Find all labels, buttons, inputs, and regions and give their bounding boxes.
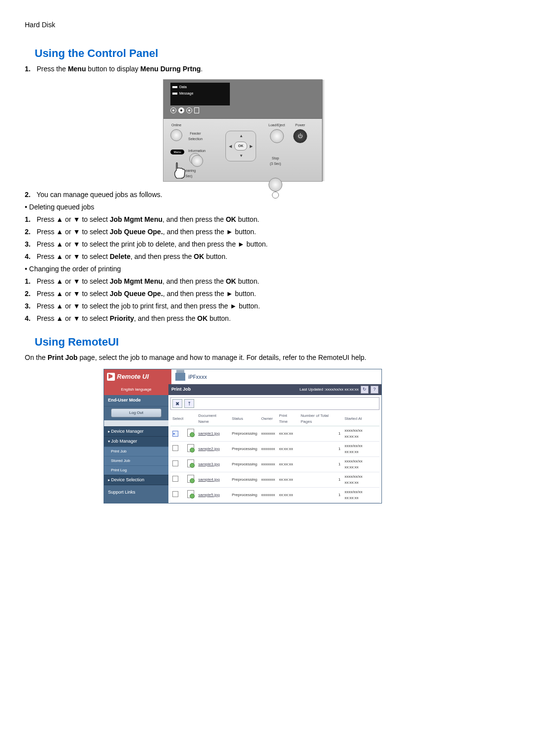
document-icon (187, 490, 194, 498)
table-row[interactable]: sample1.jpgPreprocessingxxxxxxxxx:xx:xx1… (170, 426, 379, 442)
step-number: 2. (25, 190, 35, 200)
priority-job-button[interactable]: ⤒ (184, 399, 194, 408)
table-row[interactable]: sample4.jpgPreprocessingxxxxxxxxx:xx:xx1… (170, 472, 379, 488)
started-at: xxxx/xx/xx xx:xx:xx (342, 488, 379, 503)
doc-name[interactable]: sample4.jpg (198, 477, 219, 482)
logout-button[interactable]: Log Out (111, 408, 161, 417)
text: . (201, 65, 203, 73)
remoteui-logo: Remote UI (104, 369, 171, 384)
sidebar: End-User Mode Log Out Device Manager Job… (104, 395, 168, 503)
sidebar-support-links[interactable]: Support Links (104, 485, 168, 498)
lcd-screen: Data Message (170, 83, 230, 105)
load-label: Load/Eject (268, 123, 285, 128)
information-button[interactable] (191, 155, 203, 167)
started-at: xxxx/xx/xx xx:xx:xx (342, 426, 379, 442)
owner: xxxxxxx (259, 442, 277, 457)
started-at: xxxx/xx/xx xx:xx:xx (342, 457, 379, 472)
toolbar: ✖ ⤒ (170, 397, 379, 410)
document-icon (187, 444, 194, 452)
ok-button[interactable]: OK (234, 142, 247, 151)
job-table: Select Document Name Status Owner Print … (170, 412, 379, 503)
status: Preprocessing (230, 488, 259, 503)
table-row[interactable]: sample2.jpgPreprocessingxxxxxxxxx:xx:xx1… (170, 442, 379, 457)
col-document: Document Name (196, 412, 230, 426)
document-icon (187, 475, 194, 483)
pages: 1 (299, 442, 342, 457)
print-time: xx:xx:xx (277, 488, 299, 503)
status: Preprocessing (230, 457, 259, 472)
control-panel-illustration: Data Message Online Feeder Selection Loa… (25, 79, 461, 185)
section-title-remoteui: Using RemoteUI (35, 334, 461, 350)
help-button[interactable]: ? (371, 386, 378, 394)
print-time: xx:xx:xx (277, 457, 299, 472)
stop-button[interactable] (268, 178, 282, 192)
document-icon (187, 459, 194, 467)
col-started: Started At (342, 412, 379, 426)
step-number: 1. (25, 64, 35, 74)
step-number: 4. (25, 313, 35, 324)
table-row[interactable]: sample5.jpgPreprocessingxxxxxxxxx:xx:xx1… (170, 488, 379, 503)
step-number: 3. (25, 301, 35, 311)
row-select-checkbox[interactable] (172, 476, 178, 482)
refresh-button[interactable]: ↻ (361, 386, 369, 394)
remoteui-intro: On the Print Job page, select the job to… (25, 353, 461, 363)
sidebar-job-manager[interactable]: Job Manager (104, 436, 168, 447)
sidebar-device-selection[interactable]: Device Selection (104, 475, 168, 485)
dpad[interactable]: ▲ ▼ ◀ ▶ OK (225, 131, 256, 161)
printer-icon (175, 373, 185, 381)
col-select: Select (170, 412, 185, 426)
menu-button-label[interactable]: Menu (170, 150, 184, 154)
doc-name[interactable]: sample3.jpg (198, 462, 219, 466)
print-time: xx:xx:xx (277, 472, 299, 488)
status: Preprocessing (230, 426, 259, 442)
col-status: Status (230, 412, 259, 426)
owner: xxxxxxx (259, 488, 277, 503)
owner: xxxxxxx (259, 472, 277, 488)
row-select-checkbox[interactable] (172, 445, 178, 451)
power-button[interactable]: ⏻ (293, 129, 307, 143)
pages: 1 (299, 426, 342, 442)
row-select-checkbox[interactable] (172, 491, 178, 497)
online-button[interactable] (170, 129, 182, 141)
delete-job-button[interactable]: ✖ (172, 399, 182, 408)
text-bold: Menu (68, 65, 86, 73)
page-title: Print Job (171, 386, 191, 393)
power-label: Power (293, 123, 307, 128)
step-number: 1. (25, 214, 35, 225)
sidebar-device-manager[interactable]: Device Manager (104, 426, 168, 437)
load-eject-button[interactable] (270, 129, 284, 143)
pages: 1 (299, 472, 342, 488)
doc-name[interactable]: sample5.jpg (198, 493, 219, 497)
col-print-time: Print Time (277, 412, 299, 426)
col-pages: Number of Total Pages (299, 412, 342, 426)
col-owner: Owner (259, 412, 277, 426)
step-1: 1. Press the Menu button to display Menu… (25, 64, 461, 74)
doc-name[interactable]: sample2.jpg (198, 447, 219, 451)
remoteui-screenshot: Remote UI iPFxxxx English language Print… (25, 369, 461, 504)
step-number: 4. (25, 252, 35, 262)
sidebar-print-log[interactable]: Print Log (104, 465, 168, 475)
page-header: Hard Disk (25, 20, 461, 30)
row-select-checkbox[interactable] (172, 431, 178, 437)
started-at: xxxx/xx/xx xx:xx:xx (342, 442, 379, 457)
row-select-checkbox[interactable] (172, 460, 178, 466)
info-label: Information (188, 149, 206, 154)
step-number: 2. (25, 227, 35, 237)
language-selector[interactable]: English language (104, 384, 168, 395)
sidebar-print-job[interactable]: Print Job (104, 447, 168, 456)
owner: xxxxxxx (259, 426, 277, 442)
pages: 1 (299, 488, 342, 503)
doc-name[interactable]: sample1.jpg (198, 431, 219, 436)
bullet-change-order: Changing the order of printing (25, 264, 461, 274)
sidebar-stored-job[interactable]: Stored Job (104, 456, 168, 465)
document-icon (187, 429, 194, 437)
pages: 1 (299, 457, 342, 472)
lcd-status-icons (170, 107, 199, 113)
feeder-label: Feeder Selection (188, 131, 203, 142)
device-name: iPFxxxx (171, 369, 381, 384)
started-at: xxxx/xx/xx xx:xx:xx (342, 472, 379, 488)
status: Preprocessing (230, 442, 259, 457)
status: Preprocessing (230, 472, 259, 488)
table-row[interactable]: sample3.jpgPreprocessingxxxxxxxxx:xx:xx1… (170, 457, 379, 472)
step-number: 2. (25, 289, 35, 299)
